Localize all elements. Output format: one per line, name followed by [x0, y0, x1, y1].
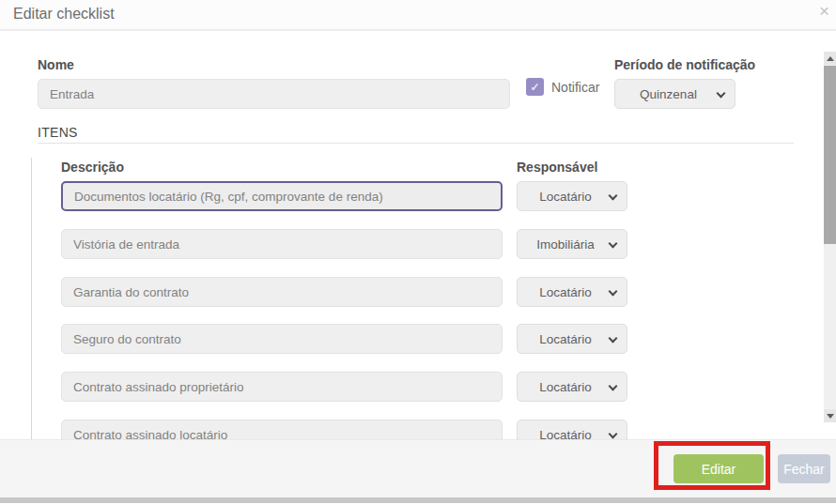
period-select-value: Quinzenal: [640, 87, 697, 101]
name-input[interactable]: [38, 79, 510, 109]
items-divider: [38, 143, 794, 144]
responsible-select-value: Locatário: [539, 332, 592, 346]
responsible-column-label: Responsável: [517, 160, 597, 175]
responsible-select[interactable]: Locatário: [517, 277, 627, 307]
responsible-select-value: Imobiliária: [536, 237, 595, 252]
chevron-down-icon: [609, 239, 618, 249]
edit-button[interactable]: Editar: [673, 454, 764, 483]
notify-checkbox[interactable]: ✓: [526, 78, 544, 96]
responsible-select-value: Locatário: [539, 380, 592, 394]
triangle-down-icon: [827, 414, 834, 419]
description-column-label: Descrição: [61, 160, 124, 175]
responsible-select[interactable]: Locatário: [517, 181, 627, 211]
scrollbar-thumb[interactable]: [824, 66, 836, 244]
name-label: Nome: [38, 57, 74, 72]
bottom-scrollbar-track[interactable]: [0, 497, 836, 503]
chevron-down-icon: [609, 287, 618, 297]
close-icon[interactable]: ×: [819, 2, 829, 21]
chevron-down-icon: [609, 191, 618, 201]
chevron-down-icon: [717, 89, 726, 99]
responsible-select[interactable]: Locatário: [517, 372, 627, 402]
item-description-input[interactable]: [61, 229, 503, 259]
items-heading: ITENS: [38, 125, 78, 140]
scroll-up-button[interactable]: [824, 52, 836, 65]
responsible-select[interactable]: Imobiliária: [517, 229, 627, 259]
responsible-select[interactable]: Locatário: [517, 324, 627, 354]
items-group-border: [31, 158, 32, 439]
triangle-up-icon: [827, 56, 834, 61]
modal-header: Editar checklist ×: [0, 0, 836, 31]
scroll-down-button[interactable]: [824, 409, 836, 422]
item-description-input[interactable]: [61, 324, 503, 354]
chevron-down-icon: [609, 382, 618, 391]
vertical-scrollbar[interactable]: [824, 52, 836, 422]
item-description-input[interactable]: [61, 277, 503, 307]
item-description-input[interactable]: [61, 181, 503, 211]
item-description-input[interactable]: [61, 372, 503, 402]
responsible-select-value: Locatário: [539, 285, 592, 299]
notify-label: Notificar: [551, 80, 599, 95]
responsible-select-value: Locatário: [539, 190, 592, 204]
period-label: Período de notificação: [614, 57, 755, 72]
close-button[interactable]: Fechar: [778, 454, 830, 483]
check-icon: ✓: [530, 81, 539, 94]
chevron-down-icon: [609, 430, 618, 439]
period-select[interactable]: Quinzenal: [614, 79, 735, 109]
page-title: Editar checklist: [13, 6, 115, 23]
chevron-down-icon: [609, 334, 618, 344]
modal-footer: Editar Fechar: [0, 439, 836, 497]
